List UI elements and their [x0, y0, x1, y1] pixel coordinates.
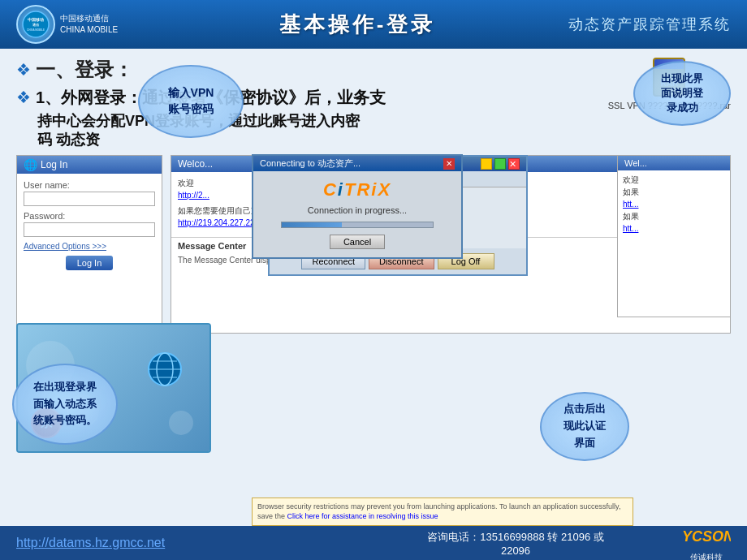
- apps-header-controls: ✕: [481, 158, 520, 170]
- password-field: Password:: [24, 211, 155, 237]
- main-title: 一、登录：: [36, 57, 133, 83]
- diamond-icon: ❖: [16, 60, 31, 80]
- welcome-right-note2: 如果: [623, 210, 725, 222]
- minimize-btn[interactable]: [481, 158, 492, 170]
- ycson-logo-text: YCSON: [682, 523, 731, 552]
- ycson-subtitle: 传诚科技: [682, 552, 731, 561]
- contact-text: 咨询电话：13516699888 转 21096 或: [349, 530, 682, 545]
- svg-text:中国移动: 中国移动: [28, 17, 44, 22]
- citrix-bubble: 点击后出 现此认证 界面: [540, 392, 629, 461]
- welcome-right-link1[interactable]: htt...: [623, 200, 638, 209]
- login-panel-header: 🌐 Log In: [17, 156, 162, 174]
- header: 中国移动 通信 CHINA MOBILE 中国移动通信 CHINA MOBILE…: [0, 0, 747, 49]
- welcome-right-header: Wel...: [618, 156, 730, 170]
- welcome-right-text1: 欢迎: [623, 174, 725, 186]
- deco-circle3: [169, 411, 193, 435]
- username-input[interactable]: [24, 192, 155, 206]
- svg-text:CHINA MOBILE: CHINA MOBILE: [27, 28, 45, 32]
- contact-text2: 22096: [349, 545, 682, 557]
- citrix-cancel-button[interactable]: Cancel: [330, 235, 385, 249]
- vpn-bubble: 输入VPN 账号密码: [138, 65, 244, 138]
- close-btn[interactable]: ✕: [508, 158, 520, 170]
- maximize-btn[interactable]: [494, 158, 506, 170]
- logo-area: 中国移动 通信 CHINA MOBILE 中国移动通信 CHINA MOBILE: [16, 5, 146, 44]
- website-url[interactable]: http://datams.hz.gmcc.net: [16, 536, 349, 550]
- bottom-bar: http://datams.hz.gmcc.net 咨询电话：135166998…: [0, 526, 747, 560]
- citrix-logo: CiTRiX: [261, 179, 453, 200]
- citrix-bubble-text: 点击后出 现此认证 界面: [563, 401, 606, 451]
- welcome-right-link2[interactable]: htt...: [623, 224, 638, 233]
- welcome-right-body: 欢迎 如果 htt... 如果 htt...: [618, 170, 730, 238]
- globe-icon: [145, 349, 185, 390]
- browser-notice: Browser security restrictions may preven…: [252, 498, 633, 526]
- china-mobile-logo: 中国移动 通信 CHINA MOBILE: [16, 5, 55, 44]
- citrix-body: CiTRiX Connection in progress... Cancel: [253, 171, 461, 257]
- ycson-brand: YCSON 传诚科技: [682, 523, 731, 561]
- success-bubble-text: 出现此界 面说明登 录成功: [661, 71, 703, 116]
- header-title: 基本操作-登录: [146, 11, 568, 39]
- login-panel-body: User name: Password: Advanced Options >>…: [17, 174, 162, 277]
- citrix-title: Connecting to 动态资产...: [260, 157, 361, 170]
- diamond-icon2: ❖: [16, 88, 31, 107]
- citrix-panel: Connecting to 动态资产... ✕ CiTRiX Connectio…: [252, 154, 463, 259]
- password-input[interactable]: [24, 222, 155, 237]
- login-title: Log In: [41, 159, 67, 170]
- citrix-progress-fill: [282, 222, 343, 227]
- username-label: User name:: [24, 180, 155, 190]
- browser-notice-link[interactable]: Click here for assistance in resolving t…: [287, 512, 438, 520]
- welcome-right-note1: 如果: [623, 186, 725, 198]
- svg-text:通信: 通信: [32, 23, 39, 27]
- login-panel: 🌐 Log In User name: Password: Advanced O…: [16, 155, 162, 334]
- main-content: RAR SSL VPN ??????????????.rar ❖ 一、登录： ❖…: [0, 49, 747, 526]
- welcome-link1[interactable]: http://2...: [178, 191, 209, 200]
- svg-text:YCSON: YCSON: [682, 528, 731, 545]
- subtitle3: 码 动态资: [37, 131, 731, 149]
- password-label: Password:: [24, 211, 155, 221]
- login-system-text: 在出现登录界 面输入动态系 统账号密码。: [33, 379, 97, 429]
- success-bubble: 出现此界 面说明登 录成功: [633, 61, 731, 126]
- header-right-title: 动态资产跟踪管理系统: [568, 15, 731, 34]
- contact-info: 咨询电话：13516699888 转 21096 或 22096: [349, 530, 682, 557]
- citrix-close-button[interactable]: ✕: [443, 158, 455, 170]
- welcome-right-panel: Wel... 欢迎 如果 htt... 如果 htt...: [617, 155, 731, 317]
- login-button[interactable]: Log In: [66, 256, 114, 270]
- login-system-bubble: 在出现登录界 面输入动态系 统账号密码。: [12, 364, 118, 445]
- citrix-header: Connecting to 动态资产... ✕: [253, 156, 461, 171]
- advanced-options-link[interactable]: Advanced Options >>>: [24, 242, 155, 251]
- company-logo: YCSON 传诚科技: [682, 523, 731, 561]
- vpn-bubble-text: 输入VPN 账号密码: [168, 85, 214, 117]
- citrix-progress-bar: [281, 222, 434, 228]
- citrix-progress-text: Connection in progress...: [261, 205, 453, 215]
- username-field: User name:: [24, 180, 155, 206]
- logo-text: 中国移动通信 CHINA MOBILE: [60, 13, 118, 36]
